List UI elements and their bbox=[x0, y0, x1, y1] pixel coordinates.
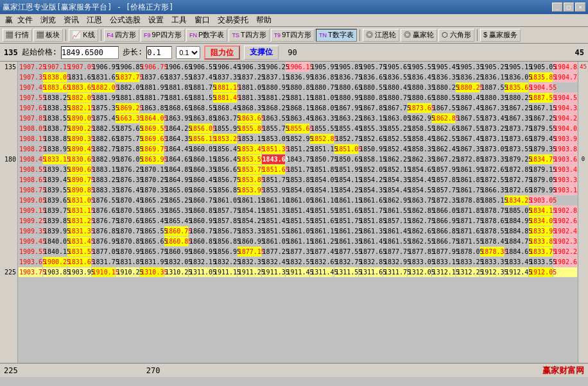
tb-tn[interactable]: TN T数字表 bbox=[316, 29, 357, 42]
toolbar-separator-1 bbox=[65, 29, 66, 41]
menu-file[interactable]: 赢 文件 bbox=[1, 13, 37, 27]
tb-jianen-wheel[interactable]: ◎ 江恩轮 bbox=[363, 29, 399, 42]
tb-kline[interactable]: 📈 K线 bbox=[69, 29, 98, 42]
price-grid: 1907.251907.151907.051906.951906.851906.… bbox=[18, 62, 578, 278]
tb-block[interactable]: ▦ 板块 bbox=[33, 29, 63, 42]
menu-window[interactable]: 窗口 bbox=[191, 13, 214, 27]
statusbar: 225 270 赢家财富网 bbox=[0, 363, 588, 377]
titlebar: 赢家江恩专业版[赢家服务平台] - [价格正方形] _ □ × bbox=[0, 0, 588, 14]
grid-cell: 1907.25 bbox=[19, 62, 43, 72]
logo: 赢家财富网 bbox=[542, 365, 584, 376]
tb-ts[interactable]: TS T四方形 bbox=[229, 29, 269, 42]
right-number-45: 45 bbox=[575, 48, 584, 57]
right-number-90: 90 bbox=[288, 48, 297, 57]
table-row: 1907.351838.051831.651831.651837.751837.… bbox=[19, 72, 578, 83]
toolbar-separator-4 bbox=[477, 29, 478, 41]
step-dropdown[interactable]: 0.10.51 bbox=[176, 46, 200, 59]
menu-jianen[interactable]: 江恩 bbox=[83, 13, 106, 27]
price-grid-container: 1907.251907.151907.051906.951906.851906.… bbox=[18, 62, 578, 363]
tb-9p[interactable]: F9 9P四方形 bbox=[141, 29, 185, 42]
window-title: 赢家江恩专业版[赢家服务平台] - [价格正方形] bbox=[3, 2, 552, 13]
tb-winner-service[interactable]: $ 赢家服务 bbox=[480, 29, 521, 42]
table-row: 1907.451883.651883.651882.051882.051881.… bbox=[19, 83, 578, 93]
menu-formula[interactable]: 公式选股 bbox=[106, 13, 144, 27]
menu-tools[interactable]: 工具 bbox=[168, 13, 191, 27]
toolbar-separator-3 bbox=[359, 29, 360, 41]
status-left: 225 bbox=[4, 366, 18, 375]
step-input[interactable] bbox=[146, 46, 172, 59]
menu-browse[interactable]: 浏览 bbox=[37, 13, 60, 27]
toolbar-separator-2 bbox=[101, 29, 101, 41]
table-row: 1908.651839.451890.751883.251876.351870.… bbox=[19, 175, 578, 185]
toolbar: ▦ 行情 ▦ 板块 📈 K线 F4 四方形 F9 9P四方形 FN P数字表 T… bbox=[0, 27, 588, 44]
table-row: 1907.851838.551890.051875.451663.351864.… bbox=[19, 113, 578, 124]
table-row: 1909.051839.651831.051876.551870.451865.… bbox=[19, 196, 578, 206]
menu-help[interactable]: 帮助 bbox=[252, 13, 275, 27]
table-row: 1903.651900.251831.651831.751831.851831.… bbox=[19, 257, 578, 267]
step-label: 步长: bbox=[123, 47, 143, 58]
table-row: 1907.251907.151907.051906.951906.851906.… bbox=[19, 62, 578, 72]
menu-settings[interactable]: 设置 bbox=[144, 13, 168, 27]
menu-trade[interactable]: 交易委托 bbox=[214, 13, 252, 27]
table-row: 1907.651838.351882.151875.351869.251863.… bbox=[19, 103, 578, 113]
resistance-button[interactable]: 阻力位 bbox=[204, 46, 240, 60]
table-row: 1909.551840.151831.551877.051870.951865.… bbox=[19, 247, 578, 257]
ctrlbar: 135 起始价格: 步长: 0.10.51 阻力位 支撑位 90 45 bbox=[0, 44, 588, 62]
main-area: 135 180 225 1907.251907.151907.051906.95… bbox=[0, 62, 588, 363]
tb-winner-wheel[interactable]: ◎ 赢家轮 bbox=[401, 29, 437, 42]
table-row: 1908.251838.951890.451882.751875.851869.… bbox=[19, 144, 578, 155]
menu-info[interactable]: 资讯 bbox=[60, 13, 83, 27]
table-row: 1908.451833.151830.651882.951876.051863.… bbox=[19, 155, 578, 165]
table-row: 1909.351839.951831.351876.851870.751865.… bbox=[19, 226, 578, 237]
menubar: 赢 文件 浏览 资讯 江恩 公式选股 设置 工具 窗口 交易委托 帮助 bbox=[0, 14, 588, 27]
table-row: 1908.051838.751890.251882.551875.651869.… bbox=[19, 124, 578, 134]
table-row: 1908.551839.351890.651883.151876.251870.… bbox=[19, 165, 578, 175]
support-button[interactable]: 支撑位 bbox=[244, 46, 279, 60]
left-number: 135 bbox=[4, 48, 18, 57]
status-center: 270 bbox=[146, 366, 160, 375]
minimize-button[interactable]: _ bbox=[552, 3, 562, 12]
tb-f4[interactable]: F4 四方形 bbox=[104, 29, 140, 42]
tb-hexagon[interactable]: ⬡ 六角形 bbox=[438, 29, 474, 42]
table-row: 1907.551838.251882.051881.951881.851881.… bbox=[19, 93, 578, 103]
tb-fn[interactable]: FN P数字表 bbox=[186, 29, 227, 42]
start-price-label: 起始价格: bbox=[22, 47, 57, 58]
table-row: 1903.751903.851903.951910.151910.251310.… bbox=[19, 267, 578, 278]
tb-t9[interactable]: T9 9T四方形 bbox=[271, 29, 315, 42]
tb-quote[interactable]: ▦ 行情 bbox=[3, 29, 32, 42]
start-price-input[interactable] bbox=[61, 46, 119, 59]
table-row: 1909.251839.851831.251876.751870.651865.… bbox=[19, 216, 578, 226]
left-row-labels: 135 180 225 bbox=[0, 62, 18, 363]
right-row-labels: 45 0 bbox=[578, 62, 588, 363]
maximize-button[interactable]: □ bbox=[564, 3, 574, 12]
table-row: 1909.151839.751831.151876.651870.551865.… bbox=[19, 206, 578, 216]
table-row: 1909.451840.051831.451876.951870.851865.… bbox=[19, 237, 578, 247]
close-button[interactable]: × bbox=[575, 3, 585, 12]
window-controls[interactable]: _ □ × bbox=[552, 3, 585, 12]
table-row: 1908.751839.551890.851883.351876.451870.… bbox=[19, 185, 578, 196]
table-row: 1908.151838.851890.351882.651875.751869.… bbox=[19, 134, 578, 144]
